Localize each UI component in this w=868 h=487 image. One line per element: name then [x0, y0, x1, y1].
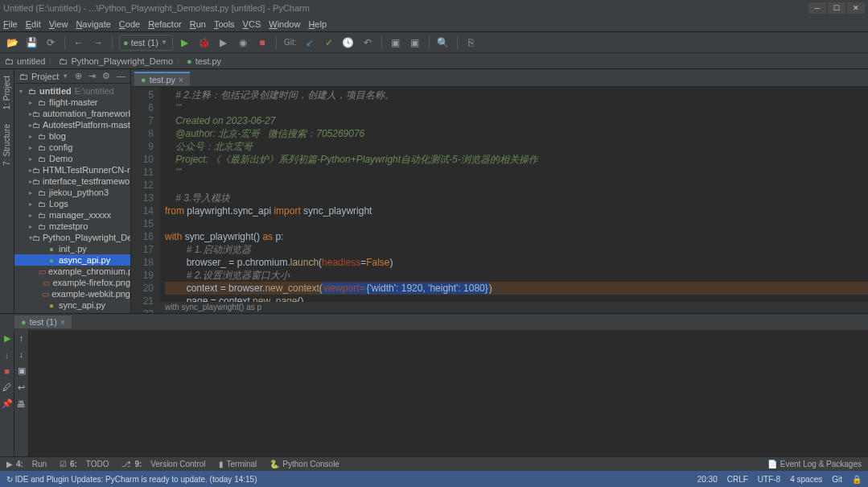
up-icon[interactable]: ↑: [19, 333, 24, 343]
structure-toolwindow-tab[interactable]: 7: Structure: [2, 121, 11, 169]
structure1-icon[interactable]: ▣: [389, 35, 403, 50]
git-branch[interactable]: Git: [832, 475, 842, 484]
down-icon[interactable]: ↓: [5, 350, 10, 360]
crumb-folder[interactable]: Python_Playwright_Demo: [71, 56, 173, 66]
update-icon[interactable]: ↻: [6, 475, 13, 484]
git-update-icon[interactable]: ↙: [302, 35, 317, 50]
editor-tab-active[interactable]: ● test.py ×: [134, 72, 190, 86]
menu-view[interactable]: View: [49, 19, 68, 29]
tree-item[interactable]: ●sync_api.py: [14, 299, 130, 311]
tree-item[interactable]: ▸🗀jiekou_python3: [14, 187, 130, 198]
gear-icon[interactable]: ⚙: [102, 71, 110, 81]
chevron-down-icon[interactable]: ▼: [62, 72, 68, 80]
tree-item[interactable]: ▸🗀mztestpro: [14, 221, 130, 232]
misc-icon[interactable]: ⎘: [464, 35, 479, 50]
tree-item[interactable]: ▸🗀Logs: [14, 198, 130, 209]
git-commit-icon[interactable]: ✓: [322, 35, 336, 50]
tree-root[interactable]: ▾🗀 untitled E:\untitled: [14, 85, 130, 97]
open-icon[interactable]: 📂: [5, 35, 19, 50]
toolwindow-terminal[interactable]: ▮Terminal: [219, 460, 257, 468]
print-icon[interactable]: 🖶: [17, 399, 26, 409]
coverage-icon[interactable]: ▶: [216, 35, 231, 50]
menu-vcs[interactable]: VCS: [243, 19, 261, 29]
more-icon[interactable]: 🖊: [2, 382, 11, 392]
tree-item[interactable]: ▸🗀AutotestPlatform-master: [14, 119, 130, 130]
target-icon[interactable]: ⊕: [75, 71, 82, 81]
tree-item[interactable]: ▸🗀interface_testframework: [14, 175, 130, 187]
menu-edit[interactable]: Edit: [26, 19, 41, 29]
project-tree[interactable]: ▾🗀 untitled E:\untitled ▸🗀flight-master▸…: [14, 84, 130, 313]
encoding[interactable]: UTF-8: [758, 475, 780, 484]
line-ending[interactable]: CRLF: [727, 475, 748, 484]
menu-run[interactable]: Run: [190, 19, 206, 29]
run-tab[interactable]: ● test (1) ×: [14, 316, 72, 328]
window-title-bar: Untitled (E:\untitled) - ...\Python_Play…: [0, 0, 868, 16]
tree-item[interactable]: ▭example_chromium.png: [14, 266, 130, 277]
tree-item[interactable]: ●async_api.py: [14, 254, 130, 266]
menu-code[interactable]: Code: [119, 19, 140, 29]
stop-icon[interactable]: ■: [4, 366, 10, 376]
menu-navigate[interactable]: Navigate: [76, 19, 110, 29]
toolwindow-run[interactable]: ▶4: Run: [6, 460, 47, 468]
stop-icon[interactable]: ■: [255, 35, 269, 50]
git-revert-icon[interactable]: ↶: [360, 35, 375, 50]
tree-item[interactable]: ▭example-webkit.png: [14, 288, 130, 299]
close-icon[interactable]: ×: [60, 318, 65, 327]
rerun-icon[interactable]: ▶: [4, 333, 10, 344]
save-icon[interactable]: 💾: [24, 35, 39, 50]
todo-icon: ☑: [60, 460, 67, 468]
menu-tools[interactable]: Tools: [214, 19, 235, 29]
window-close[interactable]: ✕: [847, 2, 865, 14]
menu-help[interactable]: Help: [308, 19, 327, 29]
window-title: Untitled (E:\untitled) - ...\Python_Play…: [3, 3, 310, 13]
collapse-icon[interactable]: ⇥: [88, 71, 96, 81]
crumb-file[interactable]: test.py: [195, 56, 221, 66]
tree-item[interactable]: ●init_.py: [14, 243, 130, 254]
crumb-root[interactable]: untitled: [17, 56, 45, 66]
run-config-name: test (1): [131, 38, 158, 47]
pin-icon[interactable]: 📌: [2, 398, 13, 409]
debug-icon[interactable]: 🐞: [197, 35, 212, 50]
tree-item[interactable]: ▸🗀manager_xxxxx: [14, 209, 130, 221]
code-body[interactable]: # 2.注释：包括记录创建时间，创建人，项目名称。 ''' Created on…: [160, 87, 868, 313]
menu-window[interactable]: Window: [269, 19, 300, 29]
tree-item[interactable]: ▾🗀Python_Playwright_Demo: [14, 232, 130, 243]
forward-icon[interactable]: →: [91, 35, 105, 50]
window-maximize[interactable]: ☐: [828, 2, 845, 14]
menu-file[interactable]: File: [3, 19, 18, 29]
toolwindow-pyconsole[interactable]: 🐍Python Console: [269, 460, 339, 468]
hide-icon[interactable]: —: [117, 71, 125, 81]
profile-icon[interactable]: ◉: [236, 35, 250, 50]
python-icon: ●: [21, 317, 27, 327]
run-icon[interactable]: ▶: [178, 35, 192, 50]
tree-item[interactable]: ▭example-firefox.png: [14, 277, 130, 288]
git-history-icon[interactable]: 🕓: [341, 35, 356, 50]
code-editor[interactable]: 567891011121314151617181920212223 # 2.注释…: [131, 87, 868, 313]
run-config-selector[interactable]: ● test (1) ▼: [119, 35, 173, 51]
lock-icon[interactable]: 🔒: [852, 475, 862, 484]
back-icon[interactable]: ←: [72, 35, 86, 50]
cursor-position[interactable]: 20:30: [697, 475, 718, 484]
tree-item[interactable]: ▸🗀HTMLTestRunnerCN-master: [14, 164, 130, 175]
project-toolwindow-tab[interactable]: 1: Project: [2, 72, 11, 113]
close-icon[interactable]: ×: [179, 76, 183, 85]
tree-item[interactable]: ▸🗀automation_framework_demo: [14, 108, 130, 119]
run-toolbar-2: ↑ ↓ ▣ ↩ 🖶: [14, 330, 29, 456]
box-icon[interactable]: ▣: [18, 365, 26, 376]
toolwindow-vcs[interactable]: ⎇9: Version Control: [121, 460, 205, 468]
run-output[interactable]: [29, 330, 868, 456]
structure2-icon[interactable]: ▣: [408, 35, 422, 50]
wrap-icon[interactable]: ↩: [18, 382, 25, 393]
tree-item[interactable]: ▸🗀blog: [14, 130, 130, 142]
window-minimize[interactable]: ─: [808, 2, 826, 14]
indent[interactable]: 4 spaces: [790, 475, 822, 484]
toolwindow-todo[interactable]: ☑6: TODO: [60, 460, 109, 468]
toolwindow-eventlog[interactable]: 📄Event Log & Packages: [767, 460, 862, 468]
refresh-icon[interactable]: ⟳: [43, 35, 58, 50]
tree-item[interactable]: ▸🗀config: [14, 142, 130, 153]
tree-item[interactable]: ▸🗀flight-master: [14, 97, 130, 108]
tree-item[interactable]: ▸🗀Demo: [14, 153, 130, 164]
search-icon[interactable]: 🔍: [436, 35, 450, 50]
menu-refactor[interactable]: Refactor: [148, 19, 182, 29]
down2-icon[interactable]: ↓: [19, 349, 24, 359]
